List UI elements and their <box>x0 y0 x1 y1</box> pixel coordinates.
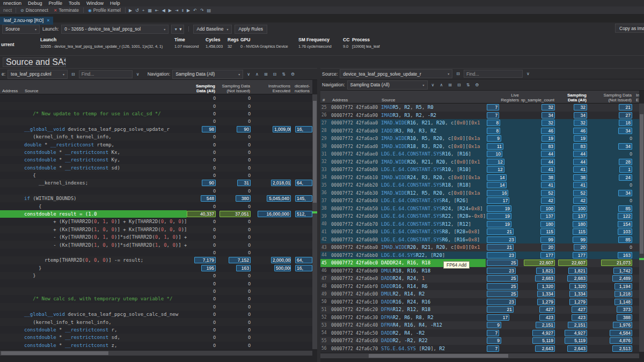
source-line[interactable]: /* New calc sd, with temporary utemp var… <box>0 295 312 302</box>
source-line[interactable]: __kernel_indexes;90312,018,01664, <box>0 179 312 187</box>
source-line[interactable]: 00 <box>0 117 312 125</box>
source-line[interactable]: 00 <box>0 187 312 195</box>
sass-line[interactable]: 4300007f72 42fa6ba0IMAD.WIDE R20, R21, R… <box>320 243 639 252</box>
step-back-icon[interactable]: ◀ <box>160 6 167 14</box>
resume-icon[interactable]: ▶ <box>185 6 192 14</box>
column-header-instructions-executed[interactable]: InstructionsExecuted <box>252 80 292 94</box>
source-line[interactable]: 00 <box>0 249 312 256</box>
scrollbar-thumb[interactable] <box>640 114 643 254</box>
source-line[interactable]: + (Ky[THARR2D(0, 1, 0)] + Ky[THARR2D(0, … <box>0 218 312 225</box>
source-line[interactable]: const double * __restrict const r,00 <box>0 326 312 334</box>
nav-prev-button[interactable]: ∧ <box>438 81 444 88</box>
undo-icon[interactable]: ↶ <box>192 6 199 14</box>
sass-line[interactable]: 4400007f72 42fa6bb0LDG.E.64.SYS R22, [R2… <box>320 252 639 260</box>
swap-panes-button[interactable]: ⇅ <box>280 70 287 78</box>
nav-prev-button[interactable]: ∧ <box>254 70 260 78</box>
sass-line[interactable]: 5100007f72 42fa6c20DFMA R12, R12, R18214… <box>320 306 639 314</box>
sass-line[interactable]: 3900007f72 42fa6b60LDG.E.64.CONSTANT.SYS… <box>320 212 639 220</box>
sass-line[interactable]: 4700007f72 42fa6be0DADD R24, R24, 1252,6… <box>320 275 639 283</box>
navigation-metric-dropdown[interactable]: Sampling Data (All)▾ <box>172 70 243 79</box>
column-header-source[interactable]: Source <box>23 80 187 94</box>
source-line[interactable]: {00 <box>0 202 312 210</box>
find-input[interactable] <box>464 70 523 78</box>
connect-button[interactable]: nect <box>1 8 14 13</box>
source-file-dropdown[interactable]: tea_leaf_ppcg.cuknl▾ <box>8 70 68 79</box>
source-line[interactable]: const double * __restrict const Ky,00 <box>0 156 312 164</box>
source-line[interactable]: rtemp[THARR2D(0, 0, 0)] -= result;7,1797… <box>0 256 312 264</box>
sass-line[interactable]: 4600007f72 42fa6bd0DMUL R18, R16, R18231… <box>320 267 639 275</box>
sass-line[interactable]: 2600007f72 42fa6a90IMAD R3, R3, R2, -R27… <box>320 112 639 120</box>
menu-item[interactable]: Help <box>107 1 123 6</box>
find-next-button[interactable]: ∨ <box>525 70 531 78</box>
find-panel-button[interactable]: ⊟ <box>455 70 462 78</box>
disconnect-button[interactable]: ⊘Disconnect <box>18 6 51 14</box>
source-line[interactable]: __global__ void device_tea_leaf_ppcg_sol… <box>0 125 312 133</box>
scrollbar-thumb[interactable] <box>369 354 508 358</box>
sass-line[interactable]: 4100007f72 42fa6b80LDG.E.64.CONSTANT.SYS… <box>320 228 639 236</box>
source-line[interactable]: 00 <box>0 279 312 287</box>
menu-item[interactable]: Profile <box>46 1 66 6</box>
column-header-sampling-all[interactable]: SamplingData (All) <box>557 91 589 103</box>
source-line[interactable]: (kernel_info_t kernel_info,00 <box>0 318 312 326</box>
column-header-sampling-not-issued[interactable]: Sampling Data(Not Issued) <box>589 91 634 103</box>
swap-panes-button[interactable]: ⇅ <box>465 81 472 88</box>
list-icon[interactable]: ▤ <box>206 6 213 14</box>
column-header-live-registers[interactable]: LiveRegisters <box>486 91 521 103</box>
column-header-sampling-not-issued[interactable]: Sampling Data(Not Issued) <box>217 80 252 94</box>
sass-line[interactable]: 5300007f72 42fa6c40DFMA R4, R16, R4, -R1… <box>320 321 639 329</box>
page-dropdown[interactable]: Source▾ <box>2 25 40 34</box>
column-header-sampling-all[interactable]: SamplingData (All) <box>187 80 217 94</box>
column-header-source[interactable]: Source <box>379 91 486 103</box>
find-input[interactable] <box>79 70 133 78</box>
scrollbar-thumb[interactable] <box>313 101 317 203</box>
sass-line[interactable]: 2900007f72 42fa6ac0IMAD.WIDE R10, R5, R2… <box>320 135 639 143</box>
pause-icon[interactable]: ‖ <box>180 6 185 14</box>
column-settings-button[interactable]: ⚙ <box>289 70 296 78</box>
menu-item[interactable]: Debug <box>25 1 46 6</box>
source-vertical-scrollbar[interactable] <box>312 94 317 349</box>
collapse-all-button[interactable]: ⊟ <box>272 70 279 78</box>
redo-icon[interactable]: ↷ <box>199 6 206 14</box>
sass-line[interactable]: 3300007f72 42fa6b00LDG.E.64.CONSTANT.SYS… <box>320 166 639 174</box>
view-selector-dropdown[interactable]: Source and SASS▾ <box>3 57 66 67</box>
menu-item[interactable]: Tools <box>65 1 83 6</box>
source-line[interactable]: 00 <box>0 287 312 295</box>
sass-line[interactable]: 5600007f72 42fa6c70STG.E.64.SYS [R20], R… <box>320 345 639 353</box>
source-line[interactable]: const double result = (1.040,33737,05116… <box>0 210 312 218</box>
sass-line[interactable]: 2500007f72 42fa6a80IMAD R5, R2, R5, R073… <box>320 104 639 112</box>
source-line[interactable]: + (Kx[THARR2D(1, 0, 0)] + Kx[THARR2D(0, … <box>0 226 312 233</box>
sass-line[interactable]: 5500007f72 42fa6c60DADD R2, -R2, R2295,1… <box>320 337 639 345</box>
sass-line[interactable]: 3500007f72 42fa6b20LDG.E.64.CONSTANT.SYS… <box>320 181 639 189</box>
source-line[interactable]: - (Ky[THARR2D(0, 1, 0)]*sd[THARR2D(0, 1,… <box>0 233 312 241</box>
sass-line[interactable]: 2700007f72 42fa6aa0IMAD.WIDE R16, R21, R… <box>320 119 639 127</box>
sass-line[interactable]: 2800007f72 42fa6ab0IADD3 R3, R0, R3, RZ8… <box>320 127 639 135</box>
reset-icon[interactable]: ↺ <box>134 6 141 14</box>
navigation-metric-dropdown[interactable]: Sampling Data (All)▾ <box>347 80 428 90</box>
filter-button[interactable]: ▼▾ <box>171 25 184 34</box>
source-line[interactable]: {00 <box>0 172 312 179</box>
sass-line[interactable]: 5000007f72 42fa6c10DADD R16, R24, R16231… <box>320 298 639 306</box>
expand-all-button[interactable]: ⊞ <box>447 81 453 88</box>
sass-line[interactable]: 4200007f72 42fa6b90LDG.E.64.CONSTANT.SYS… <box>320 236 639 244</box>
sass-line[interactable]: 3000007f72 42fa6ad0IMAD.WIDE R18, R3, R2… <box>320 143 639 151</box>
column-header-address[interactable]: Address <box>0 80 23 94</box>
nav-next-button[interactable]: ∨ <box>430 81 436 88</box>
source-line[interactable]: const double * __restrict const Kx,00 <box>0 149 312 156</box>
sass-line[interactable]: 4900007f72 42fa6c00DMUL R2, R14, R2251,3… <box>320 290 639 298</box>
add-baseline-button[interactable]: Add Baseline▾ <box>193 25 231 34</box>
source-line[interactable]: 00 <box>0 102 312 109</box>
sass-line[interactable]: 5400007f72 42fa6c50DADD R2, R4, -R274,92… <box>320 329 639 337</box>
column-header-instructions[interactable]: InstE <box>634 91 639 103</box>
sass-line[interactable]: 3600007f72 42fa6b30IMAD.WIDE R12, R5, R2… <box>320 189 639 197</box>
find-next-button[interactable]: ∨ <box>135 70 141 78</box>
expand-all-button[interactable]: ⊞ <box>262 70 269 78</box>
sass-line[interactable]: 3200007f72 42fa6af0IMAD.WIDE R26, R21, R… <box>320 158 639 166</box>
sass-horizontal-scrollbar[interactable] <box>320 353 639 358</box>
nav-next-button[interactable]: ∨ <box>245 70 252 78</box>
source-line[interactable]: const double * __restrict const sd,00 <box>0 334 312 341</box>
collapse-all-button[interactable]: ⊟ <box>456 81 463 88</box>
sass-line[interactable]: 5200007f72 42fa6c30DFMA R2, R6, R8, R217… <box>320 314 639 322</box>
sass-line[interactable]: 4800007f72 42fa6bf0DADD R16, R14, R6251,… <box>320 283 639 291</box>
scrollbar-thumb[interactable] <box>1 351 108 355</box>
sass-vertical-scrollbar[interactable] <box>639 104 644 352</box>
